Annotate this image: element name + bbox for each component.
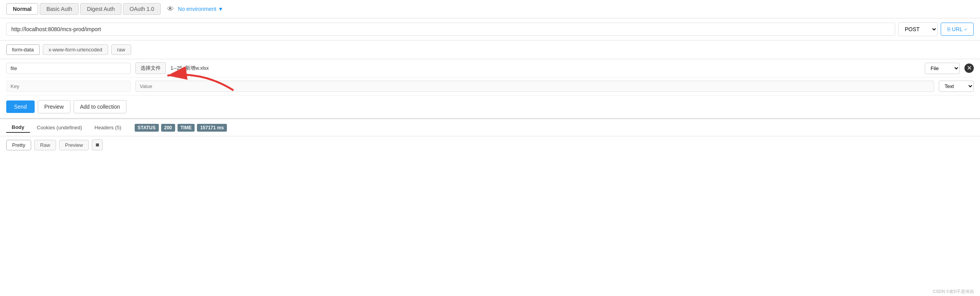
url-button[interactable]: ⎘ URL ↩ <box>941 23 974 36</box>
time-label: TIME <box>177 124 195 132</box>
top-nav: Normal Basic Auth Digest Auth OAuth 1.0 … <box>0 0 980 18</box>
field-key-file[interactable] <box>6 63 131 74</box>
tab-normal[interactable]: Normal <box>6 3 38 15</box>
response-body-tabs: Pretty Raw Preview ■ <box>0 136 980 153</box>
method-select[interactable]: POST GET PUT DELETE <box>898 22 938 36</box>
file-type-select[interactable]: File Text <box>925 63 960 74</box>
status-code: 200 <box>161 124 175 132</box>
chevron-down-icon: ▼ <box>218 6 223 12</box>
tab-basic-auth[interactable]: Basic Auth <box>40 3 79 15</box>
resp-tab-preview[interactable]: Preview <box>59 140 89 150</box>
field-row-file: 选择文件 1--25+新增w.xlsx File Text ✕ <box>6 59 974 78</box>
field-row-empty: Text File <box>6 78 974 95</box>
footer-text: CSDN ©老D不是传说 <box>933 289 974 294</box>
tab-headers[interactable]: Headers (5) <box>89 123 127 132</box>
field-value-empty[interactable] <box>135 81 934 92</box>
response-tabs-bar: Body Cookies (undefined) Headers (5) STA… <box>0 119 980 136</box>
resp-tab-pretty[interactable]: Pretty <box>6 140 31 150</box>
tab-oauth[interactable]: OAuth 1.0 <box>123 3 161 15</box>
value-type-select[interactable]: Text File <box>939 81 974 92</box>
remove-field-button[interactable]: ✕ <box>964 63 974 73</box>
url-input[interactable] <box>6 23 895 36</box>
file-chooser-button[interactable]: 选择文件 <box>135 62 166 74</box>
preview-button[interactable]: Preview <box>38 100 70 113</box>
file-name: 1--25+新增w.xlsx <box>170 65 920 72</box>
send-button[interactable]: Send <box>6 100 35 113</box>
tab-cookies[interactable]: Cookies (undefined) <box>32 123 88 132</box>
form-fields: 选择文件 1--25+新增w.xlsx File Text ✕ Text Fil… <box>0 59 980 95</box>
status-badge: STATUS 200 TIME 157171 ms <box>135 124 227 132</box>
body-type-raw[interactable]: raw <box>111 44 131 55</box>
footer: CSDN ©老D不是传说 <box>933 287 974 296</box>
resp-tab-raw[interactable]: Raw <box>34 140 56 150</box>
tab-body[interactable]: Body <box>6 122 30 133</box>
eye-icon[interactable]: 👁 <box>167 5 174 13</box>
url-bar: POST GET PUT DELETE ⎘ URL ↩ <box>0 18 980 41</box>
env-label: No environment <box>178 6 216 12</box>
status-label: STATUS <box>135 124 159 132</box>
body-type-form-data[interactable]: form-data <box>6 44 40 55</box>
time-value: 157171 ms <box>197 124 227 132</box>
action-bar: Send Preview Add to collection <box>0 95 980 118</box>
body-type-urlencoded[interactable]: x-www-form-urlencoded <box>43 44 108 55</box>
resp-icon-button[interactable]: ■ <box>92 139 103 150</box>
response-section: Body Cookies (undefined) Headers (5) STA… <box>0 118 980 296</box>
body-type-bar: form-data x-www-form-urlencoded raw <box>0 41 980 59</box>
add-to-collection-button[interactable]: Add to collection <box>74 100 127 113</box>
field-key-empty[interactable] <box>6 81 131 92</box>
env-selector[interactable]: No environment ▼ <box>178 6 223 12</box>
tab-digest-auth[interactable]: Digest Auth <box>80 3 121 15</box>
